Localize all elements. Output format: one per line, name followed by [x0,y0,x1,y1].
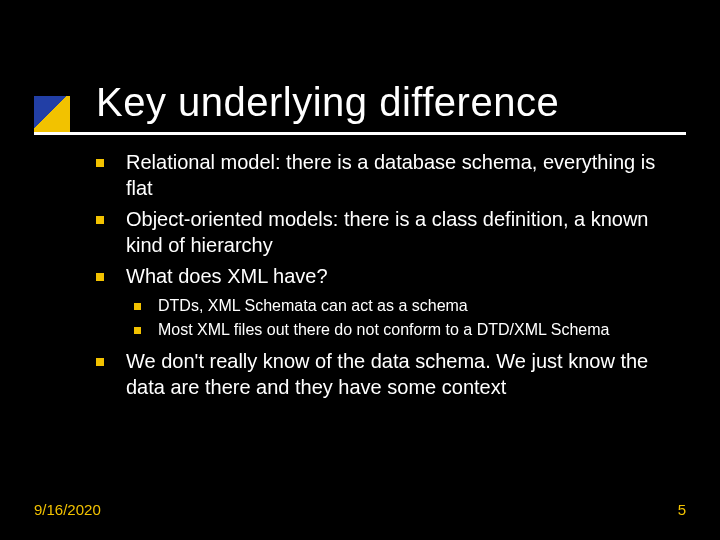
square-bullet-icon [96,159,104,167]
bullet-l1: Relational model: there is a database sc… [96,150,684,201]
bullet-text: What does XML have? [126,265,328,287]
bullet-text: DTDs, XML Schemata can act as a schema [158,297,468,314]
bullet-text: Object-oriented models: there is a class… [126,208,649,256]
bullet-l2: Most XML files out there do not conform … [134,320,684,340]
bullet-l1: What does XML have? [96,264,684,290]
slide: Key underlying difference Relational mod… [0,0,720,540]
body: Relational model: there is a database sc… [96,150,684,406]
square-bullet-icon [134,303,141,310]
bullet-text: Most XML files out there do not conform … [158,321,609,338]
bullet-l1: Object-oriented models: there is a class… [96,207,684,258]
square-bullet-icon [134,327,141,334]
slide-title: Key underlying difference [96,80,559,125]
square-bullet-icon [96,216,104,224]
title-rule [34,132,686,135]
footer: 9/16/2020 5 [34,501,686,518]
bullet-text: Relational model: there is a database sc… [126,151,655,199]
square-bullet-icon [96,358,104,366]
footer-page-number: 5 [678,501,686,518]
sublist: DTDs, XML Schemata can act as a schema M… [134,296,684,341]
bullet-l1: We don't really know of the data schema.… [96,349,684,400]
square-bullet-icon [96,273,104,281]
accent-square [34,96,70,132]
bullet-l2: DTDs, XML Schemata can act as a schema [134,296,684,316]
bullet-text: We don't really know of the data schema.… [126,350,648,398]
footer-date: 9/16/2020 [34,501,101,518]
